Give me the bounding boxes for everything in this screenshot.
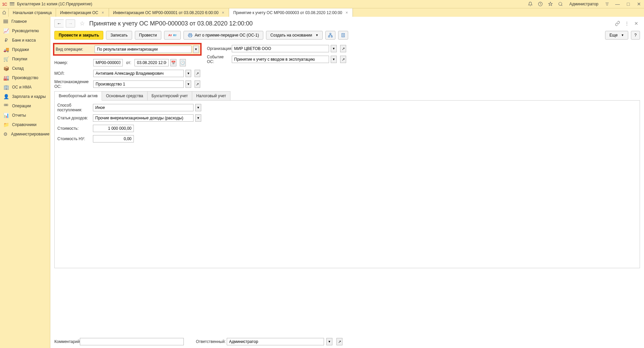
responsible-label: Ответственный: [196, 339, 224, 344]
dropdown-button[interactable]: ▼ [195, 114, 201, 122]
responsible-input[interactable] [227, 338, 324, 345]
svg-rect-7 [329, 36, 330, 37]
toolbar: Провести и закрыть Записать Провести АтК… [50, 30, 644, 43]
cost-input[interactable] [93, 125, 134, 132]
cart-icon: 🛒 [3, 56, 9, 62]
home-icon[interactable] [0, 8, 9, 17]
search-icon[interactable] [558, 1, 563, 7]
nav-forward-button[interactable]: → [66, 19, 75, 27]
dropdown-button[interactable]: ▼ [193, 46, 199, 53]
tab-inventory[interactable]: Инвентаризация ОС× [56, 8, 109, 17]
sidebar-item-reports[interactable]: 📊Отчеты [0, 111, 50, 120]
sidebar-item-label: Склад [12, 66, 24, 71]
maximize-button[interactable]: □ [625, 1, 631, 7]
sidebar-menu[interactable]: Главное [0, 17, 50, 26]
close-icon[interactable]: × [221, 10, 225, 15]
hamburger-icon[interactable] [10, 2, 14, 6]
sidebar-item-purchases[interactable]: 🛒Покупки [0, 54, 50, 64]
sidebar-item-label: Отчеты [12, 113, 26, 118]
close-icon[interactable]: × [345, 10, 348, 15]
chevron-down-icon: ▼ [621, 34, 624, 37]
tab-inventory-doc[interactable]: Инвентаризация ОС МР00-000001 от 03.08.2… [109, 8, 229, 17]
structure-button[interactable] [325, 31, 335, 40]
history-icon[interactable] [538, 1, 543, 7]
comment-input[interactable] [80, 338, 184, 345]
sidebar-item-bank[interactable]: ₽Банк и касса [0, 36, 50, 45]
dt-kt-button[interactable]: АтКт [164, 31, 181, 40]
cost-nu-input[interactable] [93, 135, 134, 142]
close-window-button[interactable]: ✕ [636, 1, 642, 7]
tab-acceptance-doc[interactable]: Принятие к учету ОС МР00-000003 от 03.08… [229, 8, 353, 17]
tab-home[interactable]: Начальная страница [9, 8, 56, 17]
sidebar-item-sales[interactable]: 🚚Продажи [0, 45, 50, 54]
open-button[interactable]: ↗ [195, 80, 200, 88]
bell-icon[interactable] [528, 1, 533, 7]
help-button[interactable]: ? [631, 31, 640, 40]
link-icon[interactable] [614, 20, 621, 27]
sidebar-item-label: Главное [11, 19, 27, 24]
button-label: Акт о приеме-передаче ОС (ОС-1) [195, 33, 259, 38]
star-icon[interactable] [548, 1, 553, 7]
kebab-icon[interactable]: ⋮ [623, 20, 631, 27]
person-icon: 👤 [3, 94, 9, 99]
sidebar-item-operations[interactable]: Операции [0, 101, 50, 111]
post-button[interactable]: Провести [135, 31, 161, 40]
dropdown-button[interactable]: ▼ [185, 70, 191, 77]
dropdown-button[interactable]: ▼ [195, 104, 201, 111]
subtab-tax[interactable]: Налоговый учет [192, 91, 230, 100]
more-button[interactable]: Еще▼ [605, 31, 628, 40]
dropdown-button[interactable]: ▼ [326, 338, 332, 345]
sidebar-item-manager[interactable]: 📈Руководителю [0, 26, 50, 36]
print-act-button[interactable]: Акт о приеме-передаче ОС (ОС-1) [183, 31, 263, 40]
location-label: Местонахождение ОС: [54, 79, 91, 89]
building-icon: 🏢 [3, 84, 9, 90]
calendar-button[interactable]: 📅 [170, 59, 176, 66]
minimize-button[interactable]: — [614, 1, 621, 7]
page-title: Принятие к учету ОС МР00-000003 от 03.08… [89, 20, 253, 27]
dropdown-button[interactable]: ▼ [331, 56, 337, 63]
clock-button[interactable]: 🕓 [180, 59, 186, 66]
sidebar-item-hr[interactable]: 👤Зарплата и кадры [0, 92, 50, 101]
event-input[interactable] [232, 56, 329, 63]
income-input[interactable] [93, 114, 194, 122]
number-label: Номер: [54, 60, 91, 65]
svg-rect-8 [331, 36, 333, 37]
date-input[interactable] [135, 59, 169, 66]
close-icon[interactable]: × [101, 10, 105, 15]
list-button[interactable] [338, 31, 348, 40]
settings-icon[interactable] [604, 1, 610, 7]
subtab-fixed-asset[interactable]: Внеоборотный актив [54, 91, 102, 101]
open-button[interactable]: ↗ [340, 45, 346, 52]
number-input[interactable] [93, 59, 123, 66]
open-button[interactable]: ↗ [336, 338, 342, 345]
sidebar-item-assets[interactable]: 🏢ОС и НМА [0, 82, 50, 92]
sidebar-item-admin[interactable]: ⚙Администрирование [0, 129, 50, 139]
open-button[interactable]: ↗ [195, 70, 200, 77]
mol-input[interactable] [93, 70, 184, 77]
save-button[interactable]: Записать [106, 31, 132, 40]
post-and-close-button[interactable]: Провести и закрыть [54, 31, 103, 40]
close-page-button[interactable]: ✕ [633, 20, 640, 27]
sidebar-item-refs[interactable]: 📁Справочники [0, 120, 50, 129]
op-type-input[interactable] [95, 46, 192, 53]
dropdown-button[interactable]: ▼ [331, 45, 337, 52]
location-input[interactable] [93, 80, 184, 88]
subtab-accounting[interactable]: Бухгалтерский учет [147, 91, 192, 100]
tab-label: Принятие к учету ОС МР00-000003 от 03.08… [233, 10, 342, 15]
sidebar-item-warehouse[interactable]: 📦Склад [0, 64, 50, 73]
sidebar-item-label: Продажи [12, 47, 29, 52]
create-based-button[interactable]: Создать на основании▼ [266, 31, 323, 40]
org-input[interactable] [232, 45, 329, 52]
nav-back-button[interactable]: ← [54, 19, 64, 27]
user-label[interactable]: Администратор [568, 2, 600, 6]
subtab-main-assets[interactable]: Основные средства [102, 91, 148, 100]
open-button[interactable]: ↗ [340, 56, 346, 63]
dropdown-button[interactable]: ▼ [185, 80, 191, 88]
sidebar-item-production[interactable]: 🏭Производство [0, 73, 50, 82]
favorite-star[interactable]: ☆ [78, 20, 86, 27]
method-input[interactable] [93, 104, 194, 111]
event-label: Событие ОС: [207, 55, 230, 64]
sidebar-item-label: Справочники [12, 122, 37, 127]
sidebar-item-label: Руководителю [12, 28, 39, 33]
folder-icon: 📁 [3, 122, 9, 127]
